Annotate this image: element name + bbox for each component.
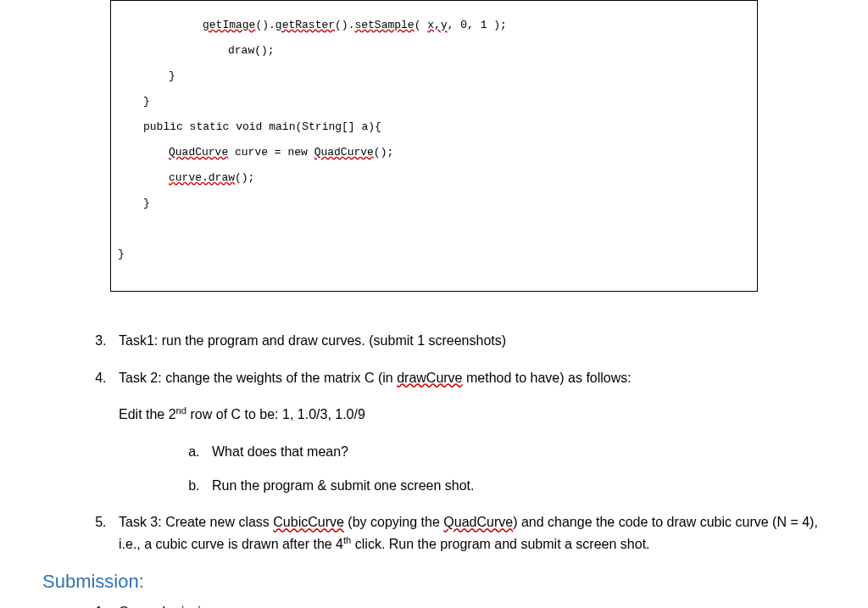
code-l1g: x,y — [427, 19, 447, 31]
code-l7b: (); — [235, 171, 254, 184]
code-l1e: setSample — [354, 19, 414, 31]
task-4-c: method to have) as follows: — [463, 371, 632, 385]
code-l1h: , 0, 1 ); — [448, 19, 507, 31]
task-5-f: click. Run the program and submit a scre… — [351, 537, 649, 551]
code-l8: } — [118, 197, 750, 209]
submission-1: One submission per group. — [110, 601, 826, 608]
task-4-sub-b: row of C to be: 1, 1.0/3, 1.0/9 — [186, 408, 365, 422]
code-l6c: QuadCurve — [314, 146, 374, 159]
task-list: Task1: run the program and draw curves. … — [42, 330, 826, 555]
code-l6b: curve = new — [228, 146, 314, 159]
code-l1a: getImage — [203, 19, 255, 31]
code-l9: } — [118, 248, 750, 260]
code-l4: } — [118, 95, 750, 108]
code-l1d: (). — [335, 19, 354, 31]
task-4: Task 2: change the weights of the matrix… — [110, 367, 826, 497]
submission-heading: Submission: — [42, 571, 826, 593]
submission-list: One submission per group. Submit screens… — [42, 601, 826, 608]
code-l7a: curve.draw — [169, 171, 235, 184]
task-5-a: Task 3: Create new class — [119, 515, 273, 529]
task-4-item-a: What does that mean? — [203, 441, 826, 463]
code-l2: draw(); — [118, 44, 750, 57]
task-5-d: QuadCurve — [443, 515, 513, 529]
task-4-a: Task 2: change the weights of the matrix… — [119, 371, 397, 385]
task-4-alpha-list: What does that mean? Run the program & s… — [119, 441, 826, 496]
code-l1f: ( — [415, 19, 428, 31]
task-4-sub-sup: nd — [176, 405, 186, 416]
code-l6d: (); — [374, 146, 393, 159]
task-5-sup: th — [343, 535, 351, 545]
task-3: Task1: run the program and draw curves. … — [110, 330, 826, 352]
task-4-item-b: Run the program & submit one screen shot… — [203, 475, 826, 497]
task-5-b: CubicCurve — [273, 515, 344, 529]
task-5-c: (by copying the — [344, 515, 443, 529]
code-l5: public static void main(String[] a){ — [118, 120, 750, 133]
task-4-b: drawCurve — [397, 371, 462, 385]
code-l6a: QuadCurve — [169, 146, 228, 159]
task-3-text: Task1: run the program and draw curves. … — [119, 333, 506, 348]
code-box: getImage().getRaster().setSample( x,y, 0… — [110, 0, 758, 292]
code-l1b: (). — [255, 19, 275, 31]
task-4-sub-a: Edit the 2 — [119, 408, 176, 422]
code-l1c: getRaster — [275, 19, 335, 31]
task-5: Task 3: Create new class CubicCurve (by … — [110, 511, 826, 555]
code-l3: } — [118, 70, 750, 82]
